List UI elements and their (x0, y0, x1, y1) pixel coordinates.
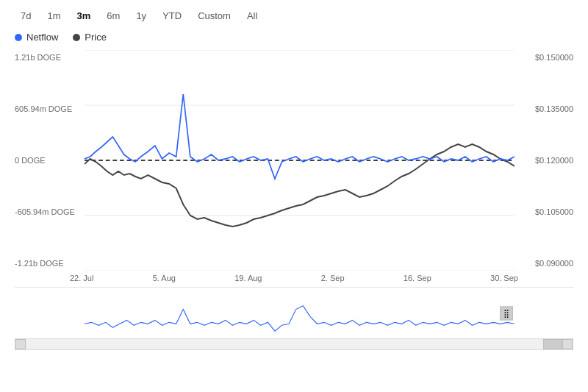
x-axis-label: 5. Aug (153, 274, 176, 287)
y-left-label: 1.21b DOGE (15, 53, 81, 62)
legend: NetflowPrice (0, 30, 588, 50)
y-left-label: -605.94m DOGE (15, 207, 81, 216)
y-axis-left: 1.21b DOGE605.94m DOGE0 DOGE-605.94m DOG… (15, 50, 81, 271)
legend-label: Price (85, 32, 107, 43)
y-left-label: 605.94m DOGE (15, 104, 81, 113)
mini-chart: ⣿ (15, 287, 573, 338)
time-btn-ytd[interactable]: YTD (157, 7, 187, 24)
scroll-left-button[interactable] (15, 339, 26, 349)
main-container: 7d1m3m6m1yYTDCustomAll NetflowPrice 1.21… (0, 0, 588, 392)
chart-inner (85, 50, 514, 271)
main-chart: 1.21b DOGE605.94m DOGE0 DOGE-605.94m DOG… (15, 50, 573, 271)
y-right-label: $0.105000 (518, 207, 573, 216)
x-axis-label: 2. Sep (321, 274, 345, 287)
mini-handle[interactable]: ⣿ (500, 306, 513, 320)
y-left-label: -1.21b DOGE (15, 259, 81, 268)
legend-dot (15, 34, 22, 41)
time-btn-1m[interactable]: 1m (41, 7, 66, 24)
y-right-label: $0.150000 (518, 53, 573, 62)
scroll-right-button[interactable] (562, 339, 573, 349)
y-axis-right: $0.150000$0.135000$0.120000$0.105000$0.0… (518, 50, 573, 271)
scrollbar[interactable] (15, 338, 573, 350)
time-btn-1y[interactable]: 1y (130, 7, 152, 24)
legend-label: Netflow (26, 32, 58, 43)
main-svg (85, 50, 514, 271)
x-axis-label: 16. Sep (404, 274, 431, 287)
legend-item-price: Price (73, 32, 107, 43)
time-btn-3m[interactable]: 3m (71, 7, 97, 24)
y-right-label: $0.120000 (518, 156, 573, 165)
time-btn-6m[interactable]: 6m (101, 7, 126, 24)
legend-dot (73, 34, 80, 41)
x-axis-label: 19. Aug (234, 274, 262, 287)
time-btn-7d[interactable]: 7d (15, 7, 37, 24)
y-right-label: $0.090000 (518, 259, 573, 268)
y-left-label: 0 DOGE (15, 156, 81, 165)
time-btn-custom[interactable]: Custom (192, 7, 237, 24)
y-right-label: $0.135000 (518, 104, 573, 113)
legend-item-netflow: Netflow (15, 32, 58, 43)
toolbar: 7d1m3m6m1yYTDCustomAll (0, 7, 588, 30)
x-axis-label: 30. Sep (490, 274, 518, 287)
mini-chart-inner: ⣿ (85, 288, 514, 338)
chart-area: 1.21b DOGE605.94m DOGE0 DOGE-605.94m DOG… (0, 50, 588, 392)
time-btn-all[interactable]: All (241, 7, 263, 24)
x-axis-label: 22. Jul (70, 274, 93, 287)
x-axis: 22. Jul5. Aug19. Aug2. Sep16. Sep30. Sep (0, 271, 588, 287)
